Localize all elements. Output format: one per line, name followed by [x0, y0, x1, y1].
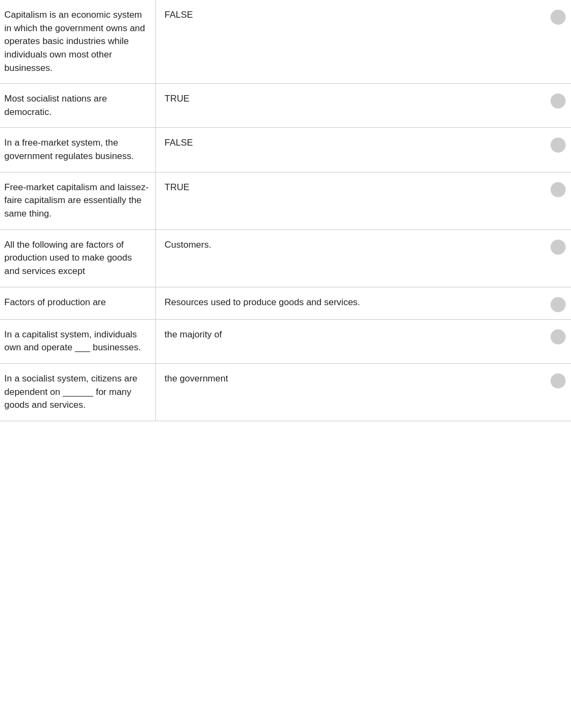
row-icon-cell: [545, 128, 571, 171]
table-row: Factors of production areResources used …: [0, 287, 571, 320]
status-icon: [551, 93, 566, 109]
answer-cell: the majority of: [156, 320, 545, 363]
question-cell: In a capitalist system, individuals own …: [0, 320, 156, 363]
status-icon: [551, 138, 566, 153]
flashcard-table: Capitalism is an economic system in whic…: [0, 0, 571, 421]
status-icon: [551, 240, 566, 255]
row-icon-cell: [545, 364, 571, 421]
table-row: In a capitalist system, individuals own …: [0, 320, 571, 364]
answer-cell: TRUE: [156, 172, 545, 229]
question-cell: Free-market capitalism and laissez-faire…: [0, 172, 156, 229]
status-icon: [551, 10, 566, 25]
question-cell: All the following are factors of product…: [0, 230, 156, 287]
question-cell: Most socialist nations are democratic.: [0, 84, 156, 127]
row-icon-cell: [545, 287, 571, 319]
question-cell: Factors of production are: [0, 287, 156, 319]
table-row: All the following are factors of product…: [0, 230, 571, 287]
question-cell: In a socialist system, citizens are depe…: [0, 364, 156, 421]
answer-cell: Customers.: [156, 230, 545, 287]
row-icon-cell: [545, 230, 571, 287]
table-row: Capitalism is an economic system in whic…: [0, 0, 571, 84]
table-row: In a free-market system, the government …: [0, 128, 571, 172]
row-icon-cell: [545, 84, 571, 127]
row-icon-cell: [545, 320, 571, 363]
row-icon-cell: [545, 0, 571, 83]
answer-cell: TRUE: [156, 84, 545, 127]
status-icon: [551, 297, 566, 312]
answer-cell: the government: [156, 364, 545, 421]
answer-cell: Resources used to produce goods and serv…: [156, 287, 545, 319]
question-cell: In a free-market system, the government …: [0, 128, 156, 171]
table-row: Free-market capitalism and laissez-faire…: [0, 172, 571, 230]
question-cell: Capitalism is an economic system in whic…: [0, 0, 156, 83]
status-icon: [551, 329, 566, 344]
answer-cell: FALSE: [156, 0, 545, 83]
table-row: Most socialist nations are democratic.TR…: [0, 84, 571, 128]
row-icon-cell: [545, 172, 571, 229]
answer-cell: FALSE: [156, 128, 545, 171]
status-icon: [551, 182, 566, 197]
table-row: In a socialist system, citizens are depe…: [0, 364, 571, 421]
status-icon: [551, 373, 566, 388]
